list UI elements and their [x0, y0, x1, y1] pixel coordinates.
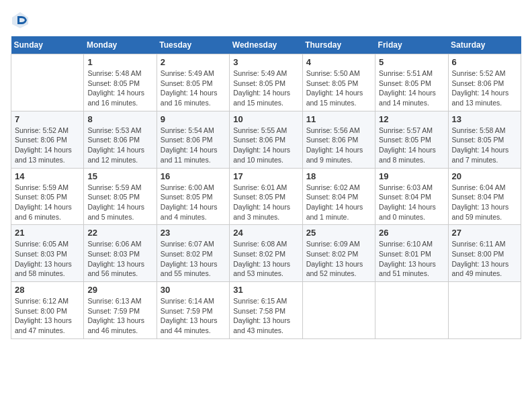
day-info: Sunrise: 6:01 AM Sunset: 8:05 PM Dayligh…: [233, 183, 298, 222]
day-info: Sunrise: 5:53 AM Sunset: 8:06 PM Dayligh…: [87, 126, 152, 165]
day-info: Sunrise: 6:03 AM Sunset: 8:04 PM Dayligh…: [379, 183, 444, 222]
calendar-cell: 23Sunrise: 6:07 AM Sunset: 8:02 PM Dayli…: [157, 225, 229, 282]
day-info: Sunrise: 6:14 AM Sunset: 7:59 PM Dayligh…: [161, 296, 226, 336]
day-number: 30: [161, 285, 226, 295]
day-info: Sunrise: 5:50 AM Sunset: 8:05 PM Dayligh…: [306, 68, 371, 108]
day-info: Sunrise: 6:09 AM Sunset: 8:02 PM Dayligh…: [306, 239, 371, 279]
weekday-header-sunday: Sunday: [11, 36, 84, 54]
day-info: Sunrise: 6:06 AM Sunset: 8:03 PM Dayligh…: [87, 239, 152, 279]
day-number: 22: [87, 228, 152, 238]
calendar-cell: 19Sunrise: 6:03 AM Sunset: 8:04 PM Dayli…: [375, 168, 448, 225]
day-info: Sunrise: 5:59 AM Sunset: 8:05 PM Dayligh…: [87, 183, 152, 222]
day-number: 20: [452, 171, 517, 181]
calendar-cell: 21Sunrise: 6:05 AM Sunset: 8:03 PM Dayli…: [11, 225, 84, 282]
header-row: SundayMondayTuesdayWednesdayThursdayFrid…: [11, 36, 521, 54]
calendar-cell: 15Sunrise: 5:59 AM Sunset: 8:05 PM Dayli…: [84, 168, 157, 225]
day-info: Sunrise: 5:48 AM Sunset: 8:05 PM Dayligh…: [87, 68, 152, 108]
calendar-cell: 30Sunrise: 6:14 AM Sunset: 7:59 PM Dayli…: [157, 282, 229, 339]
calendar-cell: 13Sunrise: 5:58 AM Sunset: 8:05 PM Dayli…: [448, 111, 521, 168]
day-number: 16: [161, 171, 226, 181]
day-number: 13: [452, 114, 517, 124]
day-number: 19: [379, 171, 444, 181]
day-info: Sunrise: 6:04 AM Sunset: 8:04 PM Dayligh…: [452, 183, 517, 222]
day-number: 2: [161, 57, 226, 67]
calendar-cell: 28Sunrise: 6:12 AM Sunset: 8:00 PM Dayli…: [11, 282, 84, 339]
day-number: 29: [87, 285, 152, 295]
day-number: 24: [233, 228, 298, 238]
day-info: Sunrise: 5:59 AM Sunset: 8:05 PM Dayligh…: [15, 183, 80, 222]
day-number: 25: [306, 228, 371, 238]
day-number: 11: [306, 114, 371, 124]
day-info: Sunrise: 5:57 AM Sunset: 8:05 PM Dayligh…: [379, 126, 444, 165]
day-info: Sunrise: 6:00 AM Sunset: 8:05 PM Dayligh…: [161, 183, 226, 222]
calendar-cell: [302, 282, 375, 339]
week-row-1: 1Sunrise: 5:48 AM Sunset: 8:05 PM Daylig…: [11, 54, 521, 111]
calendar-cell: 27Sunrise: 6:11 AM Sunset: 8:00 PM Dayli…: [448, 225, 521, 282]
day-number: 21: [15, 228, 80, 238]
calendar-cell: 20Sunrise: 6:04 AM Sunset: 8:04 PM Dayli…: [448, 168, 521, 225]
weekday-header-tuesday: Tuesday: [157, 36, 229, 54]
logo: [11, 11, 32, 30]
day-info: Sunrise: 6:07 AM Sunset: 8:02 PM Dayligh…: [161, 239, 226, 279]
day-number: 23: [161, 228, 226, 238]
calendar-cell: 6Sunrise: 5:52 AM Sunset: 8:06 PM Daylig…: [448, 54, 521, 111]
day-number: 8: [87, 114, 152, 124]
calendar-cell: [448, 282, 521, 339]
day-info: Sunrise: 6:02 AM Sunset: 8:04 PM Dayligh…: [306, 183, 371, 222]
day-number: 4: [306, 57, 371, 67]
day-info: Sunrise: 5:49 AM Sunset: 8:05 PM Dayligh…: [233, 68, 298, 108]
calendar-cell: 18Sunrise: 6:02 AM Sunset: 8:04 PM Dayli…: [302, 168, 375, 225]
day-info: Sunrise: 5:54 AM Sunset: 8:06 PM Dayligh…: [161, 126, 226, 165]
day-info: Sunrise: 5:55 AM Sunset: 8:06 PM Dayligh…: [233, 126, 298, 165]
day-number: 7: [15, 114, 80, 124]
weekday-header-monday: Monday: [84, 36, 157, 54]
calendar-cell: 29Sunrise: 6:13 AM Sunset: 7:59 PM Dayli…: [84, 282, 157, 339]
day-number: 9: [161, 114, 226, 124]
day-number: 5: [379, 57, 444, 67]
day-info: Sunrise: 6:08 AM Sunset: 8:02 PM Dayligh…: [233, 239, 298, 279]
day-number: 14: [15, 171, 80, 181]
day-info: Sunrise: 5:51 AM Sunset: 8:05 PM Dayligh…: [379, 68, 444, 108]
day-number: 28: [15, 285, 80, 295]
weekday-header-friday: Friday: [375, 36, 448, 54]
day-info: Sunrise: 6:13 AM Sunset: 7:59 PM Dayligh…: [87, 296, 152, 336]
calendar-cell: 9Sunrise: 5:54 AM Sunset: 8:06 PM Daylig…: [157, 111, 229, 168]
day-info: Sunrise: 6:12 AM Sunset: 8:00 PM Dayligh…: [15, 296, 80, 336]
calendar-cell: 11Sunrise: 5:56 AM Sunset: 8:06 PM Dayli…: [302, 111, 375, 168]
calendar-cell: 17Sunrise: 6:01 AM Sunset: 8:05 PM Dayli…: [230, 168, 302, 225]
calendar-cell: [11, 54, 84, 111]
calendar-cell: 2Sunrise: 5:49 AM Sunset: 8:05 PM Daylig…: [157, 54, 229, 111]
calendar-table: SundayMondayTuesdayWednesdayThursdayFrid…: [11, 36, 521, 339]
day-info: Sunrise: 6:15 AM Sunset: 7:58 PM Dayligh…: [233, 296, 298, 336]
calendar-cell: 10Sunrise: 5:55 AM Sunset: 8:06 PM Dayli…: [230, 111, 302, 168]
day-number: 27: [452, 228, 517, 238]
day-info: Sunrise: 5:58 AM Sunset: 8:05 PM Dayligh…: [452, 126, 517, 165]
weekday-header-saturday: Saturday: [448, 36, 521, 54]
weekday-header-wednesday: Wednesday: [230, 36, 302, 54]
day-number: 6: [452, 57, 517, 67]
calendar-cell: 1Sunrise: 5:48 AM Sunset: 8:05 PM Daylig…: [84, 54, 157, 111]
calendar-cell: 16Sunrise: 6:00 AM Sunset: 8:05 PM Dayli…: [157, 168, 229, 225]
day-info: Sunrise: 5:52 AM Sunset: 8:06 PM Dayligh…: [15, 126, 80, 165]
calendar-cell: 14Sunrise: 5:59 AM Sunset: 8:05 PM Dayli…: [11, 168, 84, 225]
week-row-2: 7Sunrise: 5:52 AM Sunset: 8:06 PM Daylig…: [11, 111, 521, 168]
calendar-cell: 3Sunrise: 5:49 AM Sunset: 8:05 PM Daylig…: [230, 54, 302, 111]
calendar-cell: 12Sunrise: 5:57 AM Sunset: 8:05 PM Dayli…: [375, 111, 448, 168]
day-number: 1: [87, 57, 152, 67]
weekday-header-thursday: Thursday: [302, 36, 375, 54]
calendar-cell: 24Sunrise: 6:08 AM Sunset: 8:02 PM Dayli…: [230, 225, 302, 282]
week-row-3: 14Sunrise: 5:59 AM Sunset: 8:05 PM Dayli…: [11, 168, 521, 225]
day-number: 18: [306, 171, 371, 181]
day-info: Sunrise: 6:10 AM Sunset: 8:01 PM Dayligh…: [379, 239, 444, 279]
calendar-cell: 4Sunrise: 5:50 AM Sunset: 8:05 PM Daylig…: [302, 54, 375, 111]
calendar-cell: 8Sunrise: 5:53 AM Sunset: 8:06 PM Daylig…: [84, 111, 157, 168]
page-header: [11, 11, 521, 30]
day-number: 3: [233, 57, 298, 67]
day-info: Sunrise: 6:11 AM Sunset: 8:00 PM Dayligh…: [452, 239, 517, 279]
calendar-cell: 26Sunrise: 6:10 AM Sunset: 8:01 PM Dayli…: [375, 225, 448, 282]
day-number: 26: [379, 228, 444, 238]
calendar-cell: 5Sunrise: 5:51 AM Sunset: 8:05 PM Daylig…: [375, 54, 448, 111]
week-row-5: 28Sunrise: 6:12 AM Sunset: 8:00 PM Dayli…: [11, 282, 521, 339]
calendar-cell: 22Sunrise: 6:06 AM Sunset: 8:03 PM Dayli…: [84, 225, 157, 282]
day-info: Sunrise: 5:49 AM Sunset: 8:05 PM Dayligh…: [161, 68, 226, 108]
